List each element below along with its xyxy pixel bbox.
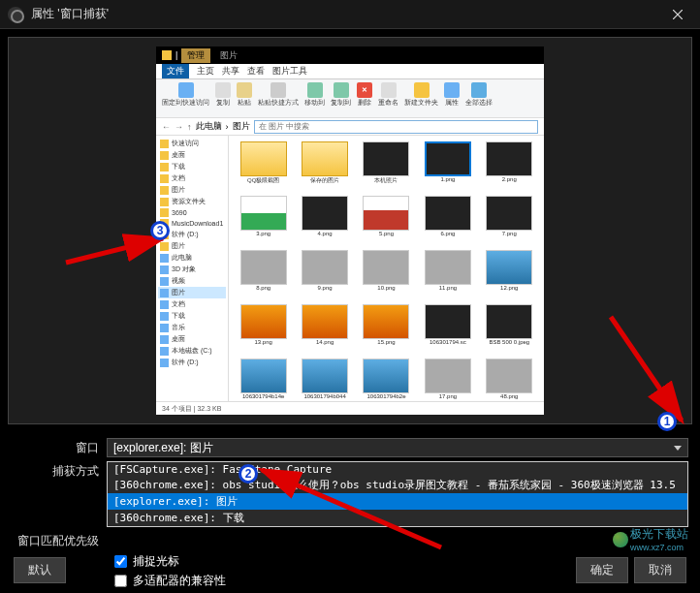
tool-new: 新建文件夹 xyxy=(404,82,438,108)
badge-3: 3 xyxy=(150,221,170,240)
sidebar-item: 桌面 xyxy=(158,149,226,161)
window-title: 属性 '窗口捕获' xyxy=(31,6,663,22)
sidebar-item: 快速访问 xyxy=(158,138,226,149)
sidebar-item: 音乐 xyxy=(158,322,226,333)
explorer-window: | 管理 图片 文件 主页 共享 查看 图片工具 固定到快速访问 复制 粘贴 粘… xyxy=(156,47,544,415)
close-button[interactable] xyxy=(663,0,692,29)
explorer-tab-main: 管理 xyxy=(181,48,210,63)
thumbnail-item: 7.png xyxy=(481,196,538,246)
ribbon-view: 查看 xyxy=(247,65,265,78)
cancel-button[interactable]: 取消 xyxy=(634,557,686,583)
explorer-titlebar: | 管理 图片 xyxy=(156,47,544,64)
thumbnail-item: 14.png xyxy=(296,304,353,355)
path-seg1: 此电脑 xyxy=(196,120,222,133)
ok-button[interactable]: 确定 xyxy=(576,557,628,583)
thumbnail-item: 10.png xyxy=(358,250,415,300)
explorer-sidebar: 快速访问桌面下载文档图片资源文件夹3690MusicDownload1软件 (D… xyxy=(156,136,229,401)
thumbnail-item: 6.png xyxy=(419,196,476,246)
tool-paste: 粘贴 xyxy=(237,82,252,108)
tool-shortcut: 粘贴快捷方式 xyxy=(258,82,299,108)
path-seg2: 图片 xyxy=(233,120,250,133)
watermark-logo-icon xyxy=(613,532,628,547)
thumbnail-item: 17.png xyxy=(419,359,476,401)
thumbnail-item: 保存的图片 xyxy=(296,141,353,192)
tool-copy: 复制 xyxy=(215,82,231,108)
thumbnail-item: 1.png xyxy=(419,141,476,192)
arrow-to-option xyxy=(257,465,451,552)
label-capture: 捕获方式 xyxy=(12,461,107,480)
thumbnail-item: 15.png xyxy=(358,304,415,355)
tool-pin: 固定到快速访问 xyxy=(162,82,209,108)
folder-icon xyxy=(162,50,172,60)
explorer-ribbon: 文件 主页 共享 查看 图片工具 xyxy=(156,64,544,79)
badge-2: 2 xyxy=(239,464,258,484)
explorer-toolbar: 固定到快速访问 复制 粘贴 粘贴快捷方式 移动到 复制到 ✕删除 重命名 新建文… xyxy=(156,79,544,118)
thumbnail-item: 2.png xyxy=(481,141,538,192)
label-window: 窗口 xyxy=(12,438,107,456)
thumbnail-item: 11.png xyxy=(419,250,476,300)
tool-rename: 重命名 xyxy=(378,82,398,108)
tool-delete: ✕删除 xyxy=(357,82,372,108)
thumbnail-item: 106301794b14e xyxy=(235,359,292,401)
sidebar-item: 桌面 xyxy=(158,333,226,345)
thumbnail-item: 106301794b2e xyxy=(358,359,415,401)
arrow-to-combo xyxy=(606,312,693,428)
sidebar-item: 文档 xyxy=(158,172,226,184)
ribbon-share: 共享 xyxy=(222,65,239,78)
nav-fwd-icon: → xyxy=(175,122,183,132)
thumbnail-item: QQ极限截图 xyxy=(235,141,292,192)
thumbnail-item: 本机照片 xyxy=(358,141,415,192)
sidebar-item: 文档 xyxy=(158,298,226,310)
sidebar-item: 软件 (D:) xyxy=(158,357,226,368)
close-icon xyxy=(673,10,683,19)
explorer-tab-sub: 图片 xyxy=(214,48,243,63)
thumbnail-item: 12.png xyxy=(481,250,538,300)
ribbon-file: 文件 xyxy=(162,64,189,78)
thumbnail-item: 48.png xyxy=(481,359,538,401)
sidebar-item: 本地磁盘 (C:) xyxy=(158,345,226,357)
thumbnail-item: 106301794b044 xyxy=(296,359,353,401)
watermark-text: 极光下载站 xyxy=(630,526,688,543)
button-bar: 默认 确定 取消 xyxy=(0,557,700,583)
label-priority: 窗口匹配优先级 xyxy=(12,531,107,549)
thumbnail-item: 106301794.sc xyxy=(419,304,476,355)
chevron-down-icon xyxy=(674,446,682,451)
thumbnail-item: 4.png xyxy=(296,196,353,246)
ribbon-pictools: 图片工具 xyxy=(272,65,307,78)
titlebar: 属性 '窗口捕获' xyxy=(0,0,700,29)
window-combo[interactable]: [explorer.exe]: 图片 xyxy=(107,438,688,457)
tool-select: 全部选择 xyxy=(465,82,493,108)
explorer-status: 34 个项目 | 32.3 KB xyxy=(156,401,544,415)
sidebar-item: 视频 xyxy=(158,275,226,287)
explorer-pathbar: ← → ↑ 此电脑 › 图片 xyxy=(156,118,544,136)
sidebar-item: 下载 xyxy=(158,310,226,322)
defaults-button[interactable]: 默认 xyxy=(14,557,66,583)
tool-copyto: 复制到 xyxy=(331,82,351,108)
thumbnail-item: 8.png xyxy=(235,250,292,300)
window-combo-value: [explorer.exe]: 图片 xyxy=(113,440,213,456)
sidebar-item: 3690 xyxy=(158,207,226,218)
badge-1: 1 xyxy=(657,412,677,431)
nav-back-icon: ← xyxy=(162,122,171,132)
thumbnail-item: BSB 500 0.jpeg xyxy=(481,304,538,355)
search-input xyxy=(254,120,539,134)
tool-move: 移动到 xyxy=(304,82,325,108)
tool-props: 属性 xyxy=(444,82,460,108)
watermark-url: www.xz7.com xyxy=(630,543,688,552)
thumbnail-item: 9.png xyxy=(296,250,353,300)
sidebar-item: 图片 xyxy=(158,287,226,298)
thumbnail-item: 13.png xyxy=(235,304,292,355)
sidebar-item: 图片 xyxy=(158,184,226,196)
watermark: 极光下载站 www.xz7.com xyxy=(613,526,688,552)
explorer-grid: QQ极限截图保存的图片本机照片1.png2.png3.png4.png5.png… xyxy=(229,136,544,401)
ribbon-home: 主页 xyxy=(197,65,214,78)
thumbnail-item: 3.png xyxy=(235,196,292,246)
sidebar-item: 下载 xyxy=(158,161,226,172)
thumbnail-item: 5.png xyxy=(358,196,415,246)
nav-up-icon: ↑ xyxy=(187,122,192,132)
sidebar-item: 资源文件夹 xyxy=(158,196,226,207)
obs-icon xyxy=(8,7,23,22)
